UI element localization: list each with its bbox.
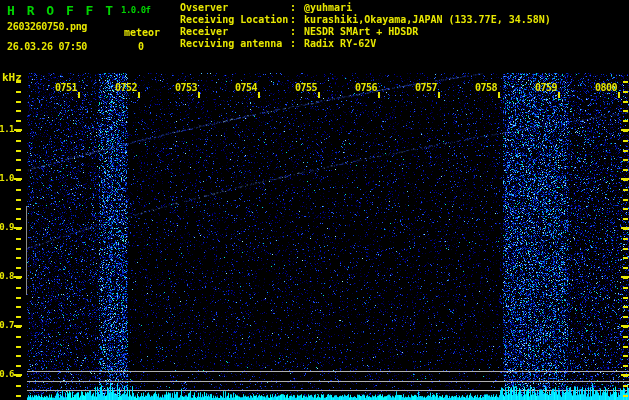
- y-tick-label: 1.1: [0, 124, 14, 134]
- meteor-count: 0: [138, 41, 144, 52]
- info-value: Radix RY-62V: [304, 38, 376, 50]
- y-axis-unit-label: kHz: [2, 71, 22, 84]
- x-tick-label: 0751: [53, 82, 79, 93]
- info-colon: :: [290, 38, 304, 50]
- info-label: Ovserver: [180, 2, 290, 14]
- datetime-label: 26.03.26 07:50: [7, 41, 87, 52]
- x-tick-label: 0800: [593, 82, 619, 93]
- filename-label: 2603260750.png: [7, 21, 87, 32]
- hrofft-window: H R O F F T 1.0.0f 2603260750.png meteor…: [0, 0, 629, 400]
- info-label: Recviving antenna: [180, 38, 290, 50]
- x-tick-label: 0757: [413, 82, 439, 93]
- info-row-observer: Ovserver : @yuhmari: [180, 2, 551, 14]
- spectrogram-canvas: [0, 0, 629, 400]
- x-tick-label: 0753: [173, 82, 199, 93]
- info-row-location: Receiving Location : kurashiki,Okayama,J…: [180, 14, 551, 26]
- x-tick-label: 0754: [233, 82, 259, 93]
- x-tick-label: 0758: [473, 82, 499, 93]
- info-colon: :: [290, 2, 304, 14]
- y-tick-label: 0.6: [0, 369, 14, 379]
- y-tick-label: 0.7: [0, 320, 14, 330]
- info-value: kurashiki,Okayama,JAPAN (133.77E, 34.58N…: [304, 14, 551, 26]
- x-tick-label: 0759: [533, 82, 559, 93]
- info-label: Receiver: [180, 26, 290, 38]
- station-info-block: Ovserver : @yuhmari Receiving Location :…: [180, 2, 551, 50]
- x-tick-label: 0752: [113, 82, 139, 93]
- info-colon: :: [290, 14, 304, 26]
- info-row-receiver: Receiver : NESDR SMArt + HDSDR: [180, 26, 551, 38]
- x-tick-label: 0755: [293, 82, 319, 93]
- info-row-antenna: Recviving antenna : Radix RY-62V: [180, 38, 551, 50]
- version-label: 1.0.0f: [121, 5, 151, 15]
- y-tick-label: 0.9: [0, 222, 14, 232]
- info-label: Receiving Location: [180, 14, 290, 26]
- y-tick-label: 0.8: [0, 271, 14, 281]
- info-value: @yuhmari: [304, 2, 352, 14]
- info-value: NESDR SMArt + HDSDR: [304, 26, 418, 38]
- y-tick-label: 1.0: [0, 173, 14, 183]
- x-tick-label: 0756: [353, 82, 379, 93]
- app-title: H R O F F T: [7, 3, 115, 18]
- meteor-label: meteor: [124, 27, 160, 38]
- info-colon: :: [290, 26, 304, 38]
